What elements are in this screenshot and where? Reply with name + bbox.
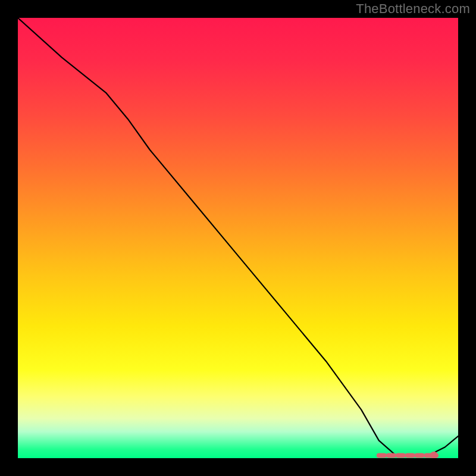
chart-container: TheBottleneck.com bbox=[0, 0, 476, 476]
watermark-label: TheBottleneck.com bbox=[356, 1, 470, 17]
optimal-point-marker bbox=[430, 452, 437, 458]
bottleneck-curve-path bbox=[18, 18, 458, 456]
plot-area bbox=[18, 18, 458, 458]
line-overlay bbox=[18, 18, 458, 458]
